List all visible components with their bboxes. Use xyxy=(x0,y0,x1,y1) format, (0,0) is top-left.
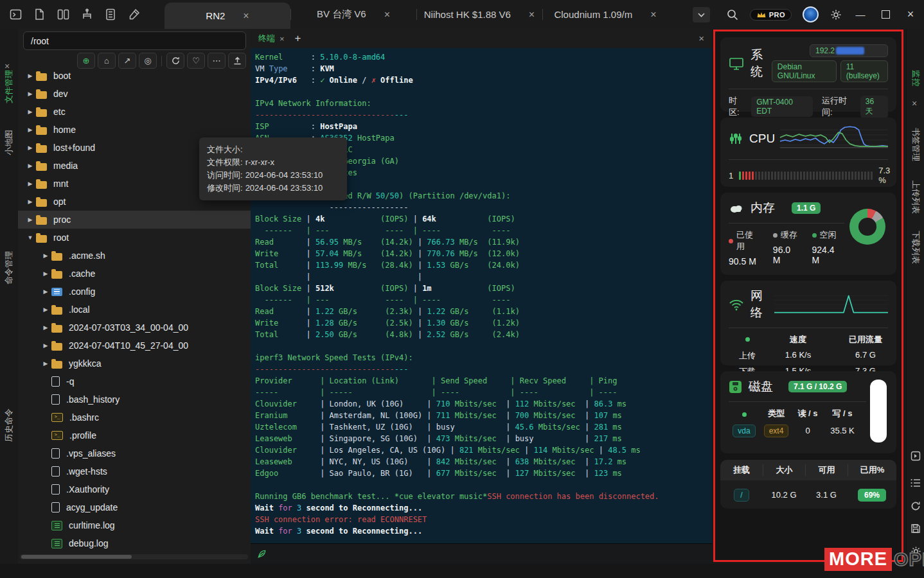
rail-item-bookmark-manager[interactable]: 书签管理 xyxy=(910,128,921,161)
tab-close-icon[interactable]: × xyxy=(650,9,656,21)
cpu-meter-tick xyxy=(867,171,869,180)
memory-card: 内存 1.1 G 已使用 90.5 M 缓存 96.0 M xyxy=(720,193,896,275)
caret-right-icon[interactable]: ▶ xyxy=(40,360,51,367)
terminal-pane: 终端 × + × Kernel : 5.10.0-8-amd64VM Type … xyxy=(251,29,712,564)
terminal-tab-close-icon[interactable]: × xyxy=(280,34,285,44)
terminal-tab[interactable]: 终端 × xyxy=(258,33,285,44)
tree-row-.profile[interactable]: >_.profile xyxy=(18,426,251,444)
scrollbar-thumb[interactable] xyxy=(21,555,132,559)
sidebar-item-file-manager[interactable]: 文件管理 xyxy=(3,70,15,103)
rail-item-upload-list[interactable]: 上传列表 xyxy=(910,180,921,214)
caret-right-icon[interactable]: ▶ xyxy=(40,342,51,349)
mount-row[interactable]: / 10.2 G 3.1 G 69% xyxy=(720,480,896,509)
cpu-meter-tick xyxy=(871,171,873,180)
tree-row-.local[interactable]: ▶.local xyxy=(18,301,251,319)
quill-icon[interactable] xyxy=(257,549,267,559)
caret-right-icon[interactable]: ▶ xyxy=(24,216,36,223)
tab-session-3[interactable]: Cloudnium 1.09/m × xyxy=(542,0,668,29)
server-list-icon[interactable] xyxy=(104,8,117,21)
terminal-line: Leaseweb | Singapore, SG (10G) | 473 Mbi… xyxy=(255,433,712,444)
settings-gear-icon[interactable] xyxy=(830,8,842,21)
tree-row-curltime.log[interactable]: curltime.log xyxy=(18,516,251,534)
right-rail-close-icon[interactable]: × xyxy=(912,98,917,109)
pro-badge[interactable]: PRO xyxy=(750,9,792,21)
tree-row-boot[interactable]: ▶boot xyxy=(18,67,251,85)
caret-down-icon[interactable]: ▼ xyxy=(24,234,36,241)
search-icon[interactable] xyxy=(726,8,739,21)
caret-right-icon[interactable]: ▶ xyxy=(40,270,51,277)
tab-close-icon[interactable]: × xyxy=(529,9,535,21)
caret-right-icon[interactable]: ▶ xyxy=(24,162,36,169)
caret-right-icon[interactable]: ▶ xyxy=(40,324,51,331)
tree-row-etc[interactable]: ▶etc xyxy=(18,103,251,121)
tree-row-2024-07-04T10_45_27-04_00[interactable]: ▶2024-07-04T10_45_27-04_00 xyxy=(18,337,251,355)
caret-right-icon[interactable]: ▶ xyxy=(40,288,51,295)
caret-right-icon[interactable]: ▶ xyxy=(24,127,36,133)
sidebar-item-minimap[interactable]: 小地图 xyxy=(3,130,15,155)
tools-icon[interactable] xyxy=(128,8,141,21)
tab-close-icon[interactable]: × xyxy=(243,10,249,22)
new-file-icon[interactable] xyxy=(33,8,46,21)
tab-label: BV 台湾 V6 xyxy=(317,8,366,21)
toolbar-divider xyxy=(161,56,162,66)
system-title: 系统 xyxy=(751,47,772,80)
tree-row--q[interactable]: -q xyxy=(18,372,251,390)
split-view-icon[interactable] xyxy=(57,8,69,21)
task-list-icon[interactable] xyxy=(909,477,922,489)
folder-icon xyxy=(36,91,47,99)
sidebar-item-history-commands[interactable]: 历史命令 xyxy=(3,408,15,442)
caret-right-icon[interactable]: ▶ xyxy=(40,306,51,313)
tree-row-.wget-hsts[interactable]: .wget-hsts xyxy=(18,462,251,480)
tab-list-dropdown-button[interactable] xyxy=(693,7,710,22)
caret-right-icon[interactable]: ▶ xyxy=(24,91,36,97)
refresh-icon[interactable] xyxy=(909,500,922,512)
tree-row-2024-07-03T03_34_00-04_00[interactable]: ▶2024-07-03T03_34_00-04_00 xyxy=(18,319,251,337)
terminal-pane-close-icon[interactable]: × xyxy=(698,33,704,44)
caret-right-icon[interactable]: ▶ xyxy=(24,198,36,205)
run-terminal-icon[interactable] xyxy=(9,8,22,21)
caret-right-icon[interactable]: ▶ xyxy=(24,73,36,79)
tree-row-proc[interactable]: ▶proc xyxy=(18,211,251,229)
tree-row-.bash_history[interactable]: .bash_history xyxy=(18,390,251,408)
rail-item-monitor[interactable]: 监控 xyxy=(910,70,921,87)
session-tabs: RN2 × BV 台湾 V6 × Niihost HK $1.88 V6 × C… xyxy=(164,0,668,29)
tree-row-.bashrc[interactable]: >_.bashrc xyxy=(18,408,251,426)
minimize-button[interactable]: — xyxy=(853,8,867,22)
tab-session-2[interactable]: Niihost HK $1.88 V6 × xyxy=(416,0,542,29)
tab-session-0[interactable]: RN2 × xyxy=(164,3,290,29)
tree-row-.config[interactable]: ▶.config xyxy=(18,283,251,301)
connections-icon[interactable] xyxy=(80,8,93,21)
tree-row-.Xauthority[interactable]: .Xauthority xyxy=(18,480,251,498)
app-window: RN2 × BV 台湾 V6 × Niihost HK $1.88 V6 × C… xyxy=(0,0,924,578)
file-name: .profile xyxy=(69,430,96,441)
tree-row-.vps_aliases[interactable]: .vps_aliases xyxy=(18,444,251,462)
tree-row-home[interactable]: ▶home xyxy=(18,121,251,139)
tree-row-.acme.sh[interactable]: ▶.acme.sh xyxy=(18,247,251,265)
caret-right-icon[interactable]: ▶ xyxy=(40,252,51,259)
sidebar-item-command-manager[interactable]: 命令管理 xyxy=(3,251,15,285)
folder-icon xyxy=(36,73,47,81)
tab-close-icon[interactable]: × xyxy=(384,9,390,21)
ip-address-pill[interactable]: 192.2 xyxy=(810,44,888,57)
caret-right-icon[interactable]: ▶ xyxy=(24,180,36,187)
maximize-button[interactable] xyxy=(878,8,893,22)
tab-session-1[interactable]: BV 台湾 V6 × xyxy=(290,0,416,29)
tree-row-acyg_update[interactable]: acyg_update xyxy=(18,498,251,516)
tree-row-.cache[interactable]: ▶.cache xyxy=(18,265,251,283)
tab-label: RN2 xyxy=(206,10,225,21)
close-window-button[interactable]: × xyxy=(903,8,918,22)
horizontal-scrollbar[interactable] xyxy=(20,554,248,559)
tree-row-dev[interactable]: ▶dev xyxy=(18,85,251,103)
watermark: MORE OPEN xyxy=(824,548,924,571)
caret-right-icon[interactable]: ▶ xyxy=(24,109,36,115)
rail-item-download-list[interactable]: 下载列表 xyxy=(910,231,921,264)
tree-row-root[interactable]: ▼root xyxy=(18,229,251,247)
avatar[interactable] xyxy=(803,6,819,22)
tree-row-ygkkkca[interactable]: ▶ygkkkca xyxy=(18,355,251,372)
path-input[interactable]: /root xyxy=(23,31,246,50)
caret-right-icon[interactable]: ▶ xyxy=(24,144,36,151)
expand-panel-icon[interactable] xyxy=(909,450,922,462)
save-icon[interactable] xyxy=(909,522,922,535)
new-terminal-button[interactable]: + xyxy=(295,32,301,45)
tree-row-debug.log[interactable]: debug.log xyxy=(18,534,251,552)
